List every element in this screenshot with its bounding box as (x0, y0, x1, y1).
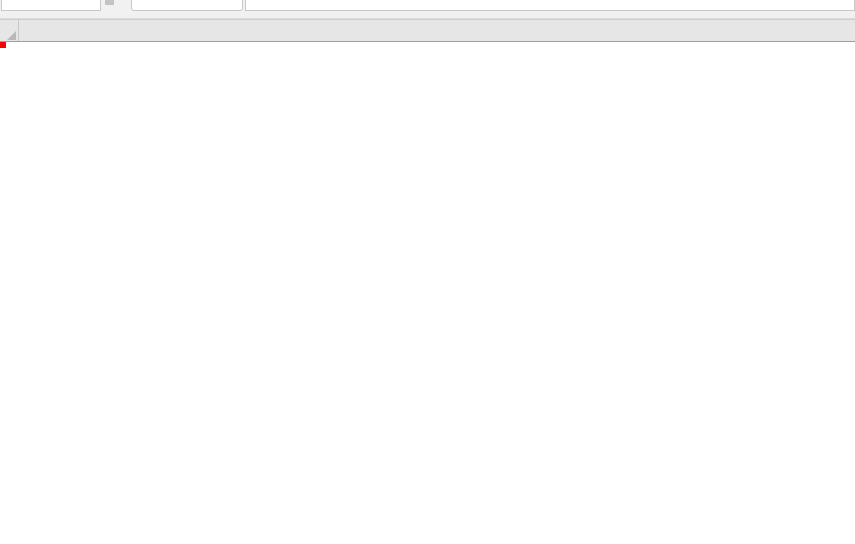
select-all-triangle-icon (7, 31, 16, 40)
formula-input[interactable] (245, 0, 855, 11)
name-box[interactable] (1, 0, 101, 11)
annotation-rectangle[interactable] (0, 42, 6, 48)
select-all-button[interactable] (0, 20, 19, 42)
formula-bar-drag-handle[interactable] (105, 0, 114, 5)
spreadsheet-app (0, 0, 855, 544)
formula-buttons (131, 0, 243, 11)
formula-bar (0, 0, 855, 19)
sheet-grid (0, 42, 855, 544)
column-header-strip (0, 19, 855, 42)
